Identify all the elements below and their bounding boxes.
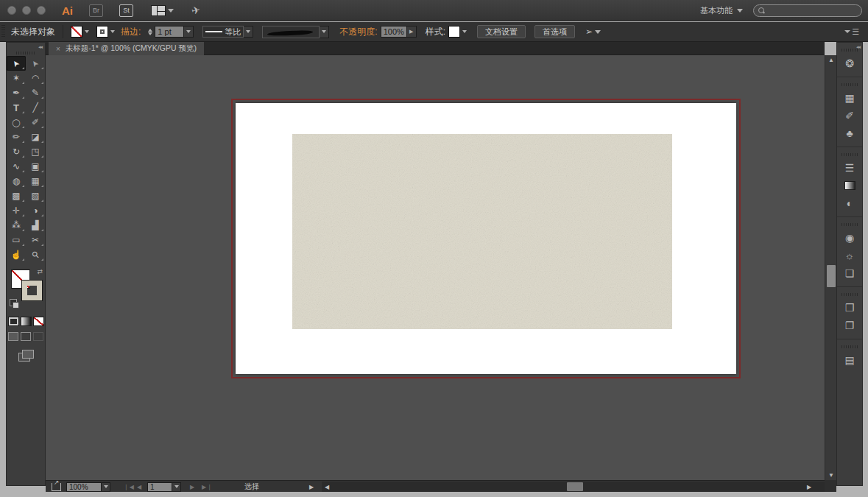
opacity-dropdown[interactable]: ▶ (407, 26, 417, 38)
change-screen-mode-button[interactable] (18, 350, 33, 360)
column-graph-tool[interactable]: ▟ (26, 218, 45, 233)
style-control[interactable] (448, 26, 467, 38)
lasso-tool[interactable]: ◠ (26, 71, 45, 85)
artboard-number-field[interactable] (147, 482, 172, 492)
close-tab-icon[interactable]: × (56, 45, 60, 53)
next-artboard-button[interactable]: ▶ (190, 481, 195, 493)
swap-fill-stroke-icon[interactable]: ⇄ (37, 268, 43, 275)
opacity-field[interactable] (381, 26, 407, 38)
style-swatch[interactable] (448, 26, 460, 38)
color-button[interactable] (8, 317, 19, 326)
zoom-level-control[interactable] (66, 481, 110, 493)
slice-tool[interactable]: ✂ (26, 233, 45, 247)
stroke-width-dropdown[interactable] (184, 26, 194, 38)
draw-behind-button[interactable] (21, 332, 31, 341)
zoom-window-button[interactable] (37, 6, 46, 15)
artboard-navigation[interactable] (147, 481, 181, 493)
stroke-width-stepper[interactable] (148, 29, 152, 35)
status-display[interactable]: 选择 (244, 481, 259, 493)
vertical-scrollbar[interactable]: ▲ ▼ (825, 55, 836, 480)
arrange-documents-button[interactable] (151, 5, 174, 16)
symbol-sprayer-tool[interactable]: ⁂ (7, 218, 26, 233)
swatches-panel-button[interactable]: ▦ (837, 89, 862, 107)
transparency-panel-button[interactable]: ◐ (837, 194, 862, 212)
free-transform-tool[interactable]: ▣ (26, 159, 45, 174)
search-box[interactable] (753, 4, 862, 17)
eraser-tool[interactable]: ◪ (26, 130, 45, 144)
zoom-tool[interactable]: ⚲ (26, 247, 45, 262)
line-segment-tool[interactable]: ╱ (26, 100, 45, 115)
width-tool[interactable]: ∿ (7, 159, 26, 174)
close-window-button[interactable] (7, 6, 16, 15)
gradient-panel-button[interactable] (837, 177, 862, 194)
minimize-window-button[interactable] (22, 6, 31, 15)
graphic-styles-panel-button[interactable]: ❏ (837, 264, 862, 282)
stroke-width-field[interactable] (155, 26, 184, 38)
asset-export-panel-button[interactable]: ▤ (837, 351, 862, 369)
rectangle-tool[interactable]: ◯ (7, 115, 26, 130)
artboard-number-dropdown[interactable] (172, 482, 181, 492)
appearance-panel-button[interactable]: ☼ (837, 247, 862, 264)
dock-grip[interactable] (841, 83, 858, 86)
draw-inside-button[interactable] (33, 332, 43, 341)
control-panel-menu-button[interactable]: ☰ (844, 27, 859, 37)
brush-definition-dropdown[interactable] (320, 26, 329, 38)
pen-tool[interactable]: ✒ (7, 85, 26, 100)
opacity-label[interactable]: 不透明度: (339, 26, 377, 38)
workspace-switcher[interactable]: 基本功能 (700, 5, 743, 16)
mesh-tool[interactable]: ▩ (7, 188, 26, 203)
width-profile-dropdown[interactable] (244, 26, 253, 38)
gradient-button[interactable] (21, 317, 32, 326)
first-artboard-button[interactable]: ❘◀ (124, 481, 135, 493)
draw-normal-button[interactable] (8, 332, 18, 341)
document-tab[interactable]: × 未标题-1* @ 100% (CMYK/GPU 预览) (49, 42, 204, 55)
shaper-tool[interactable]: ✏ (7, 130, 26, 144)
dock-grip[interactable] (841, 345, 858, 348)
fill-none-swatch[interactable] (71, 26, 82, 38)
stroke-color-control[interactable] (96, 26, 115, 38)
stroke-color-indicator[interactable] (22, 281, 42, 300)
scroll-down-icon[interactable]: ▼ (825, 470, 837, 480)
eyedropper-tool[interactable]: ✛ (7, 203, 26, 218)
horizontal-scroll-thumb[interactable] (567, 482, 583, 491)
color-panel-button[interactable]: ❂ (837, 54, 862, 72)
scroll-left-icon[interactable]: ◀ (322, 482, 332, 492)
zoom-level-dropdown[interactable] (102, 482, 110, 492)
dock-grip[interactable] (841, 153, 858, 156)
select-similar-objects-button[interactable]: ➢ (585, 27, 601, 37)
artboard[interactable] (236, 103, 736, 374)
stroke-panel-button[interactable]: ☰ (837, 159, 862, 177)
artboards-panel-button[interactable]: ❐ (837, 317, 862, 334)
scroll-right-icon[interactable]: ▶ (804, 482, 814, 492)
search-input[interactable] (768, 7, 857, 15)
horizontal-scrollbar[interactable]: ◀ ▶ (322, 482, 825, 492)
dock-grip[interactable] (841, 223, 858, 226)
scale-tool[interactable]: ◳ (26, 144, 45, 159)
magic-wand-tool[interactable]: ✶ (7, 71, 26, 85)
symbols-panel-button[interactable]: ♣ (837, 124, 862, 142)
scroll-up-icon[interactable]: ▲ (825, 55, 837, 65)
vertical-scroll-thumb[interactable] (827, 265, 836, 287)
rotate-tool[interactable]: ↻ (7, 144, 26, 159)
brush-definition-preview[interactable] (262, 26, 320, 38)
none-button[interactable] (33, 317, 44, 326)
preferences-button[interactable]: 首选项 (534, 25, 575, 38)
placed-texture-rectangle[interactable] (292, 134, 672, 329)
fill-color-control[interactable] (71, 26, 89, 38)
stock-icon[interactable]: St (119, 4, 133, 17)
stroke-swatch[interactable] (96, 26, 108, 38)
control-bar-grip[interactable] (1, 25, 5, 38)
canvas[interactable] (46, 55, 825, 480)
direct-selection-tool[interactable]: ➤ (26, 56, 45, 71)
artboard-tool[interactable]: ▭ (7, 233, 26, 247)
width-profile-select[interactable]: 等比 (202, 26, 244, 38)
toolbar-grip[interactable] (16, 52, 35, 54)
shape-builder-tool[interactable]: ◍ (7, 174, 26, 188)
perspective-grid-tool[interactable]: ▦ (26, 174, 45, 188)
selection-tool[interactable]: ➤ (7, 56, 26, 71)
default-fill-stroke-icon[interactable] (10, 299, 17, 306)
stepper-down-icon[interactable] (148, 32, 152, 35)
gradient-tool[interactable]: ▧ (26, 188, 45, 203)
paintbrush-tool[interactable]: ✐ (26, 115, 45, 130)
export-status-icon[interactable] (52, 481, 61, 493)
